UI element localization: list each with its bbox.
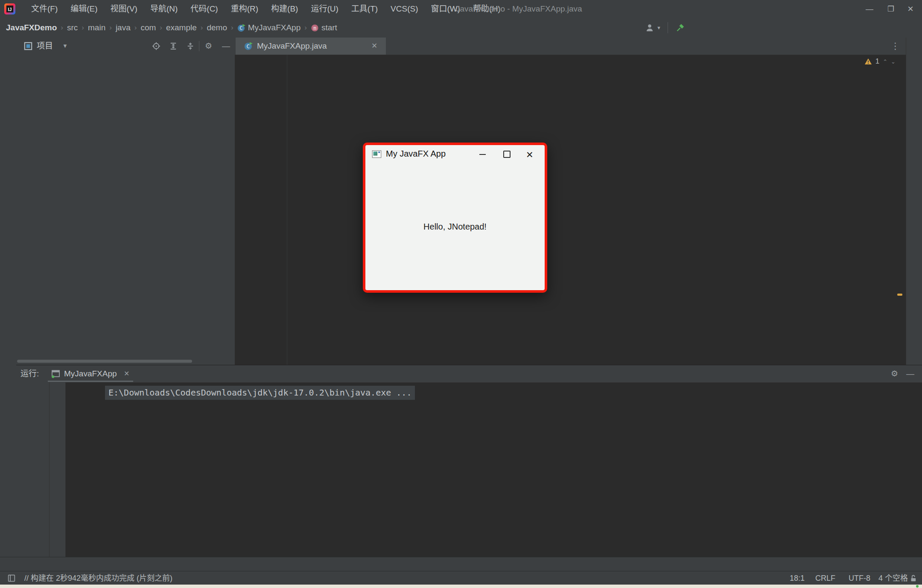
warning-triangle-icon [864, 58, 872, 65]
divider [668, 22, 668, 33]
project-tool-icon [24, 42, 32, 50]
divider [199, 41, 199, 51]
menu-代码(C)[interactable]: 代码(C) [184, 0, 224, 18]
locate-file-icon[interactable] [152, 42, 160, 50]
more-options-icon[interactable]: ⋮ [891, 38, 900, 55]
class-run-icon: C [244, 42, 253, 50]
tool-window-bar [0, 557, 922, 571]
status-message[interactable]: // 构建在 2秒942毫秒内成功完成 (片刻之前) [24, 571, 172, 585]
editor-tab-bar: C MyJavaFXApp.java ✕ ⋮ [235, 38, 906, 55]
javafx-label: Hello, JNotepad! [365, 222, 545, 232]
menu-导航(N)[interactable]: 导航(N) [144, 0, 184, 18]
run-toolbar-secondary [50, 382, 66, 557]
close-run-tab-icon[interactable]: ✕ [124, 365, 129, 382]
next-warning-icon[interactable]: ⌄ [891, 58, 896, 65]
run-panel: 运行: MyJavaFXApp ✕ ⚙ — E:\Downloads\Codes… [16, 365, 922, 557]
prev-warning-icon[interactable]: ⌃ [883, 58, 887, 65]
menu-VCS(S)[interactable]: VCS(S) [384, 0, 424, 18]
title-bar: IJ 文件(F)编辑(E)视图(V)导航(N)代码(C)重构(R)构建(B)运行… [0, 0, 922, 18]
horizontal-scrollbar[interactable] [17, 360, 192, 363]
navigation-toolbar: JavaFXDemo›src›main›java›com›example›dem… [0, 18, 922, 38]
collapse-all-icon[interactable] [186, 42, 195, 50]
run-tab-label: MyJavaFXApp [64, 365, 117, 382]
fx-minimize-button[interactable] [470, 145, 494, 163]
gear-icon[interactable]: ⚙ [205, 38, 212, 55]
menu-运行(U)[interactable]: 运行(U) [304, 0, 344, 18]
left-tool-stripe [0, 38, 17, 557]
project-tree [16, 55, 235, 354]
javafx-app-window[interactable]: My JavaFX App ✕ Hello, JNotepad! [363, 143, 547, 293]
console-command-line: E:\Downloads\CodesDownloads\jdk\jdk-17.0… [105, 386, 415, 400]
menu-编辑(E)[interactable]: 编辑(E) [64, 0, 104, 18]
run-toolbar: ▼ [0, 18, 922, 38]
menu-bar: 文件(F)编辑(E)视图(V)导航(N)代码(C)重构(R)构建(B)运行(U)… [25, 0, 507, 18]
javafx-app-icon [372, 150, 382, 158]
close-tab-icon[interactable]: ✕ [371, 38, 377, 55]
taskbar-edge [0, 585, 922, 588]
indent-setting[interactable]: 4 个空格 [878, 571, 908, 585]
caret-position[interactable]: 18:1 [790, 571, 805, 585]
chevron-down-icon[interactable]: ▼ [62, 38, 68, 55]
tab-myjavafxapp[interactable]: C MyJavaFXApp.java ✕ [236, 38, 386, 55]
hide-panel-icon[interactable]: — [222, 38, 230, 55]
file-encoding[interactable]: UTF-8 [849, 571, 870, 585]
expand-all-icon[interactable] [169, 42, 178, 50]
project-panel: 项目 ▼ ⚙ — [16, 38, 235, 365]
chevron-down-icon[interactable]: ▼ [656, 18, 661, 38]
maximize-button[interactable]: ❐ [881, 0, 901, 18]
menu-构建(B)[interactable]: 构建(B) [265, 0, 304, 18]
project-panel-header: 项目 ▼ ⚙ — [16, 38, 235, 55]
run-toolbar-left [16, 382, 50, 557]
javafx-window-title: My JavaFX App [386, 149, 446, 159]
run-console[interactable]: E:\Downloads\CodesDownloads\jdk\jdk-17.0… [66, 382, 922, 557]
svg-text:C: C [247, 43, 250, 49]
tab-label: MyJavaFXApp.java [257, 38, 327, 55]
taskbar-dot [916, 585, 919, 588]
error-stripe-warning-mark[interactable] [897, 294, 902, 296]
project-panel-title[interactable]: 项目 [37, 38, 53, 55]
svg-text:IJ: IJ [8, 7, 12, 12]
run-settings-gear-icon[interactable]: ⚙ [891, 365, 898, 382]
user-profile-icon[interactable] [645, 23, 654, 32]
unlock-icon[interactable] [909, 574, 917, 582]
intellij-logo-icon: IJ [4, 3, 15, 15]
fx-maximize-button[interactable] [494, 145, 518, 163]
menu-工具(T)[interactable]: 工具(T) [345, 0, 384, 18]
ide-frame: IJ 文件(F)编辑(E)视图(V)导航(N)代码(C)重构(R)构建(B)运行… [0, 0, 922, 588]
hide-run-panel-icon[interactable]: — [906, 365, 914, 382]
editor[interactable]: C MyJavaFXApp.java ✕ ⋮ 1 ⌃ ⌄ [235, 38, 906, 365]
tool-window-switcher-icon[interactable] [8, 574, 15, 582]
warning-count: 1 [875, 57, 879, 66]
app-window-icon [51, 369, 60, 378]
build-project-icon[interactable] [676, 23, 685, 32]
window-title: JavaFXDemo - MyJavaFXApp.java [456, 0, 582, 18]
menu-文件(F)[interactable]: 文件(F) [25, 0, 64, 18]
menu-重构(R)[interactable]: 重构(R) [225, 0, 265, 18]
minimize-button[interactable]: — [860, 0, 879, 18]
line-separator[interactable]: CRLF [815, 571, 835, 585]
tab-underline [48, 381, 133, 382]
fx-close-button[interactable]: ✕ [517, 145, 541, 163]
status-bar: // 构建在 2秒942毫秒内成功完成 (片刻之前) 18:1 CRLF UTF… [0, 571, 922, 585]
run-panel-label: 运行: [20, 365, 39, 382]
close-button[interactable]: ✕ [901, 0, 920, 18]
inspections-widget[interactable]: 1 ⌃ ⌄ [864, 57, 896, 66]
code-area[interactable] [235, 55, 906, 365]
run-panel-header: 运行: MyJavaFXApp ✕ ⚙ — [16, 365, 922, 383]
menu-视图(V)[interactable]: 视图(V) [104, 0, 144, 18]
